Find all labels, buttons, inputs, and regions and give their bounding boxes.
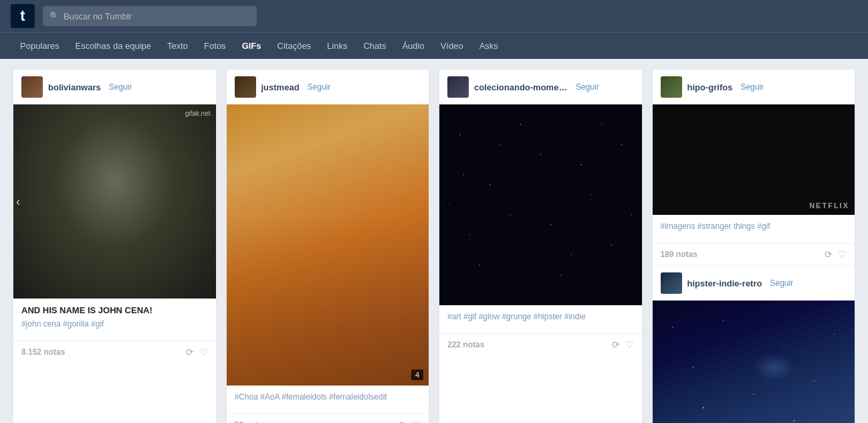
post-card: bolivianwars Seguir gifak.net ‹ AND HIS … (13, 70, 216, 423)
follow-button[interactable]: Seguir (308, 82, 331, 92)
like-icon[interactable]: ♡ (199, 347, 208, 357)
nav-item-asks[interactable]: Asks (473, 33, 505, 59)
galaxy-gif (653, 301, 855, 423)
gif-count-badge: 4 (411, 369, 423, 380)
avatar (235, 76, 256, 98)
card-header: bolivianwars Seguir (13, 70, 216, 104)
nav-item-audio[interactable]: Áudio (395, 33, 431, 59)
like-icon[interactable]: ♡ (625, 339, 634, 350)
sub-post-image (653, 301, 855, 423)
notes-count: 189 notas (661, 250, 697, 259)
post-card: colecionando-moment... Seguir #art #gif … (439, 70, 642, 423)
username[interactable]: hipo-grifos (687, 82, 733, 92)
netflix-gif: NETFLIX (653, 104, 855, 215)
card-footer: 8.152 notas ⟳ ♡ (13, 341, 216, 363)
nav-bar: Populares Escolhas da equipe Texto Fotos… (0, 32, 868, 59)
notes-count: 52 notas (235, 420, 267, 423)
prev-arrow-icon[interactable]: ‹ (16, 195, 20, 209)
like-icon[interactable]: ♡ (838, 249, 847, 260)
post-tags: #art #gif #glow #grunge #hipster #indie (447, 312, 634, 321)
username[interactable]: justmead (261, 82, 300, 92)
avatar (21, 76, 43, 98)
post-tags: #john cena #gorilla #gif (21, 319, 208, 329)
like-icon[interactable]: ♡ (412, 420, 421, 423)
username[interactable]: bolivianwars (48, 82, 101, 92)
post-tags: #imagens #stranger things #gif (661, 222, 847, 231)
stars-gif (439, 104, 642, 305)
content-grid: bolivianwars Seguir gifak.net ‹ AND HIS … (0, 59, 868, 423)
card-body: #imagens #stranger things #gif (653, 215, 855, 243)
card-actions: ⟳ ♡ (399, 420, 421, 423)
nav-item-links[interactable]: Links (320, 33, 354, 59)
follow-button[interactable]: Seguir (576, 82, 599, 92)
search-icon: 🔍 (49, 11, 60, 21)
gorilla-gif: gifak.net ‹ (13, 104, 216, 299)
notes-count: 222 notas (447, 340, 484, 349)
nav-item-video[interactable]: Vídeo (434, 33, 470, 59)
avatar (661, 272, 682, 294)
nav-item-fotos[interactable]: Fotos (197, 33, 233, 59)
card-footer: 222 notas ⟳ ♡ (439, 333, 642, 355)
card-actions: ⟳ ♡ (825, 249, 847, 260)
card-header: justmead Seguir (227, 70, 429, 104)
card-body: #Choa #AoA #femaleidols #femaleidolsedit (227, 386, 429, 414)
nav-item-texto[interactable]: Texto (160, 33, 195, 59)
card-header: colecionando-moment... Seguir (439, 70, 642, 104)
card-footer: 189 notas ⟳ ♡ (653, 243, 855, 265)
card-header: hipo-grifos Seguir (653, 70, 855, 104)
nav-item-populares[interactable]: Populares (13, 33, 66, 59)
post-card: hipo-grifos Seguir NETFLIX #imagens #str… (653, 70, 855, 423)
reblog-icon[interactable]: ⟳ (612, 339, 620, 350)
avatar (661, 76, 682, 98)
card-actions: ⟳ ♡ (186, 347, 208, 357)
nav-item-chats[interactable]: Chats (356, 33, 393, 59)
post-image (439, 104, 642, 305)
header: t 🔍 (0, 0, 868, 32)
reblog-icon[interactable]: ⟳ (825, 249, 833, 260)
sub-follow-button[interactable]: Seguir (770, 278, 793, 288)
search-bar[interactable]: 🔍 (43, 6, 257, 26)
nav-item-escolhas[interactable]: Escolhas da equipe (69, 33, 158, 59)
nav-item-citacoes[interactable]: Citações (271, 33, 318, 59)
tumblr-logo[interactable]: t (11, 4, 35, 28)
post-tags: #Choa #AoA #femaleidols #femaleidolsedit (235, 392, 421, 402)
post-card: justmead Seguir 4 #Choa #AoA #femaleidol… (227, 70, 429, 423)
avatar (447, 76, 469, 98)
search-input[interactable] (64, 11, 250, 21)
reblog-icon[interactable]: ⟳ (186, 347, 194, 357)
watermark: gifak.net (185, 110, 211, 117)
follow-button[interactable]: Seguir (740, 82, 764, 92)
card-body: AND HIS NAME IS JOHN CENA! #john cena #g… (13, 299, 216, 341)
post-image: gifak.net ‹ (13, 104, 216, 299)
card-body: #art #gif #glow #grunge #hipster #indie (439, 305, 642, 333)
post-title: AND HIS NAME IS JOHN CENA! (21, 305, 208, 315)
username[interactable]: colecionando-moment... (474, 82, 568, 92)
post-image: NETFLIX (653, 104, 855, 215)
nav-item-gifs[interactable]: GIFs (235, 33, 268, 59)
card-footer: 52 notas ⟳ ♡ (227, 414, 429, 423)
post-image: 4 (227, 104, 429, 386)
card-actions: ⟳ ♡ (612, 339, 634, 350)
sub-username[interactable]: hipster-indie-retro (687, 278, 762, 288)
netflix-watermark: NETFLIX (804, 196, 855, 215)
reblog-icon[interactable]: ⟳ (399, 420, 407, 423)
singer-gif: 4 (227, 104, 429, 386)
follow-button[interactable]: Seguir (109, 82, 132, 92)
notes-count: 8.152 notas (21, 347, 65, 357)
sub-card-header: hipster-indie-retro Seguir (653, 265, 855, 301)
